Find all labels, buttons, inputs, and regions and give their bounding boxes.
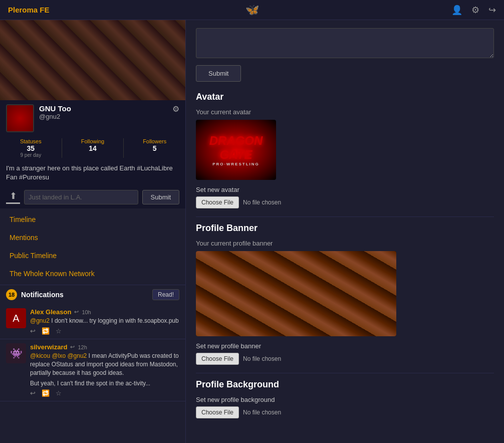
read-button[interactable]: Read! xyxy=(152,289,179,300)
stat-statuses-label: Statuses xyxy=(0,138,62,144)
main-layout: GNU Too @gnu2 ⚙ Statuses 35 9 per day Fo… xyxy=(0,20,504,443)
reply-button-1[interactable]: ↩ xyxy=(30,327,36,335)
top-nav-icons: 👤 ⚙ ↪ xyxy=(451,5,496,16)
right-panel: Submit Avatar Your current avatar DRAGON… xyxy=(185,20,504,443)
avatar-preview-inner: DRAGONGATE PRO·WRESTLING xyxy=(196,120,276,180)
notif-avatar-alex: A xyxy=(6,308,26,328)
avatar-section-title: Avatar xyxy=(196,92,494,102)
avatar-icon-silver: 👾 xyxy=(10,347,23,359)
profile-stats: Statuses 35 9 per day Following 14 Follo… xyxy=(0,136,185,160)
banner-preview-inner xyxy=(196,251,396,336)
left-sidebar: GNU Too @gnu2 ⚙ Statuses 35 9 per day Fo… xyxy=(0,20,185,443)
background-section: Profile Background Set new profile backg… xyxy=(196,379,494,418)
profile-name: GNU Too xyxy=(39,104,172,113)
set-background-label: Set new profile background xyxy=(196,396,494,403)
logout-icon[interactable]: ↪ xyxy=(488,5,496,16)
upload-button[interactable]: ⬆ xyxy=(6,190,20,204)
repost-button-1[interactable]: 🔁 xyxy=(42,327,50,335)
notification-item-2: 👾 silverwizard ↩ 12h @kicou @lxo @gnu2 I… xyxy=(0,339,185,401)
avatar-preview-text: DRAGONGATE PRO·WRESTLING xyxy=(209,134,263,166)
notif-time-2: 12h xyxy=(78,344,87,350)
notif-content-2: silverwizard ↩ 12h @kicou @lxo @gnu2 I m… xyxy=(30,343,179,397)
notifications-title: Notifications xyxy=(21,291,152,299)
notif-text-2: @kicou @lxo @gnu2 I mean ActivityPub was… xyxy=(30,352,179,377)
banner-section: Profile Banner Your current profile bann… xyxy=(196,223,494,365)
avatar-no-file-text: No file chosen xyxy=(243,199,281,206)
upload-icon-bar xyxy=(6,202,20,204)
avatar-brand-sub: PRO·WRESTLING xyxy=(209,162,263,166)
avatar-file-input-wrapper: Choose File No file chosen xyxy=(196,196,494,208)
bio-submit-button[interactable]: Submit xyxy=(196,65,241,82)
avatar-preview: DRAGONGATE PRO·WRESTLING xyxy=(196,120,276,180)
nav-items: Timeline Mentions Public Timeline The Wh… xyxy=(0,208,185,285)
notification-badge: 18 xyxy=(6,289,17,300)
notif-text-1: @gnu2 I don't know... try logging in wit… xyxy=(30,317,179,325)
profile-header: GNU Too @gnu2 ⚙ xyxy=(0,100,185,136)
background-file-input-wrapper: Choose File No file chosen xyxy=(196,406,494,418)
post-area: ⬆ Submit xyxy=(0,186,185,208)
logo-icon: 🦋 xyxy=(245,4,259,17)
sidebar-item-public-timeline[interactable]: Public Timeline xyxy=(0,247,185,265)
fav-button-1[interactable]: ☆ xyxy=(56,327,62,335)
stat-followers-value: 5 xyxy=(124,144,185,152)
set-avatar-label: Set new avatar xyxy=(196,186,494,193)
banner-preview xyxy=(196,251,396,336)
notif-user-line-2: silverwizard ↩ 12h xyxy=(30,343,179,351)
stat-following: Following 14 xyxy=(62,138,124,158)
background-section-title: Profile Background xyxy=(196,379,494,390)
profile-handle: @gnu2 xyxy=(39,113,172,120)
notif-username-1[interactable]: Alex Gleason xyxy=(30,308,71,316)
user-icon[interactable]: 👤 xyxy=(451,5,462,16)
notif-actions-2: ↩ 🔁 ☆ xyxy=(30,389,179,397)
notification-item: A Alex Gleason ↩ 10h @gnu2 I don't know.… xyxy=(0,304,185,339)
stat-statuses-rate: 9 per day xyxy=(0,152,62,158)
post-submit-button[interactable]: Submit xyxy=(142,190,179,204)
stat-followers: Followers 5 xyxy=(124,138,185,158)
avatar-section: Avatar Your current avatar DRAGONGATE PR… xyxy=(196,92,494,208)
notif-actions-1: ↩ 🔁 ☆ xyxy=(30,327,179,335)
notif-text-2b: But yeah, I can't find the spot in the a… xyxy=(30,379,179,388)
notif-time-1: 10h xyxy=(82,309,91,315)
banner-section-title: Profile Banner xyxy=(196,223,494,234)
notif-username-2[interactable]: silverwizard xyxy=(30,343,67,351)
divider-1 xyxy=(196,216,494,217)
notif-mention-1: @gnu2 xyxy=(30,317,50,324)
profile-banner-bg xyxy=(0,20,185,100)
current-avatar-label: Your current avatar xyxy=(196,108,494,116)
avatar-image xyxy=(7,105,33,131)
stat-followers-label: Followers xyxy=(124,138,185,144)
notifications-header: 18 Notifications Read! xyxy=(0,285,185,304)
upload-icon: ⬆ xyxy=(10,190,17,201)
set-banner-label: Set new profile banner xyxy=(196,342,494,350)
reply-icon-1: ↩ xyxy=(74,309,79,315)
profile-card: GNU Too @gnu2 ⚙ Statuses 35 9 per day Fo… xyxy=(0,20,185,208)
sidebar-item-mentions[interactable]: Mentions xyxy=(0,229,185,247)
avatar-choose-file-button[interactable]: Choose File xyxy=(196,196,239,208)
profile-bio: I'm a stranger here on this place called… xyxy=(0,160,185,186)
avatar-brand-text: DRAGONGATE xyxy=(209,134,263,162)
banner-no-file-text: No file chosen xyxy=(243,355,281,362)
avatar-initial: A xyxy=(13,313,19,324)
reply-icon-2: ↩ xyxy=(70,344,75,350)
background-no-file-text: No file chosen xyxy=(243,409,281,416)
sidebar-item-timeline[interactable]: Timeline xyxy=(0,210,185,229)
notifications-panel: 18 Notifications Read! A Alex Gleason ↩ … xyxy=(0,285,185,443)
stat-following-label: Following xyxy=(62,138,124,144)
profile-settings-icon[interactable]: ⚙ xyxy=(172,104,179,114)
stat-statuses-value: 35 xyxy=(0,144,62,152)
notif-content-1: Alex Gleason ↩ 10h @gnu2 I don't know...… xyxy=(30,308,179,335)
reply-button-2[interactable]: ↩ xyxy=(30,389,36,397)
notif-user-line-1: Alex Gleason ↩ 10h xyxy=(30,308,179,316)
fav-button-2[interactable]: ☆ xyxy=(56,389,62,397)
sidebar-item-whole-known-network[interactable]: The Whole Known Network xyxy=(0,265,185,283)
banner-choose-file-button[interactable]: Choose File xyxy=(196,353,239,365)
notif-avatar-silver: 👾 xyxy=(6,343,26,363)
bio-textarea[interactable] xyxy=(196,28,494,58)
profile-info: GNU Too @gnu2 xyxy=(39,104,172,120)
divider-2 xyxy=(196,373,494,373)
avatar xyxy=(6,104,34,132)
post-input[interactable] xyxy=(24,190,138,204)
background-choose-file-button[interactable]: Choose File xyxy=(196,406,239,418)
settings-icon[interactable]: ⚙ xyxy=(471,5,479,16)
repost-button-2[interactable]: 🔁 xyxy=(42,389,50,397)
